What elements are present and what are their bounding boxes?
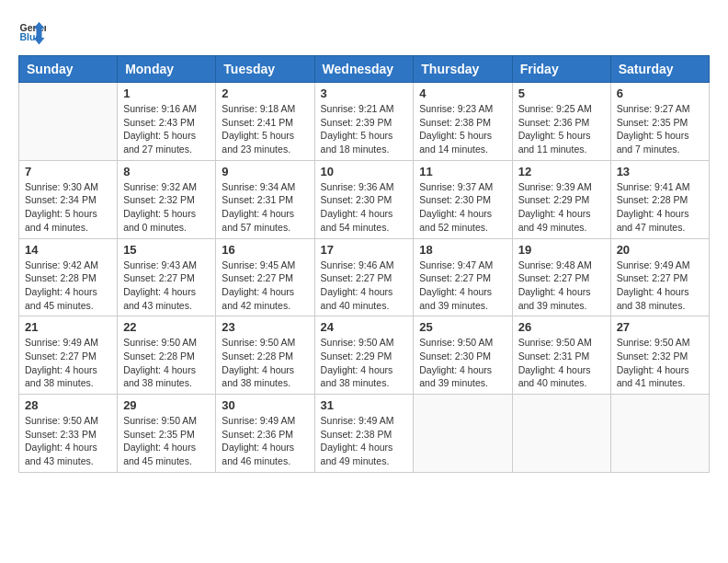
day-info: Sunrise: 9:50 AM Sunset: 2:28 PM Dayligh… [123, 336, 210, 390]
calendar-cell: 5Sunrise: 9:25 AM Sunset: 2:36 PM Daylig… [512, 83, 610, 161]
day-info: Sunrise: 9:32 AM Sunset: 2:32 PM Dayligh… [123, 180, 210, 235]
day-number: 22 [123, 320, 210, 334]
day-info: Sunrise: 9:42 AM Sunset: 2:28 PM Dayligh… [25, 259, 111, 313]
day-number: 29 [123, 398, 210, 412]
column-header-monday: Monday [118, 56, 216, 83]
day-number: 25 [419, 320, 506, 334]
day-info: Sunrise: 9:50 AM Sunset: 2:32 PM Dayligh… [617, 336, 703, 390]
day-number: 23 [222, 320, 308, 334]
column-header-friday: Friday [512, 56, 610, 83]
day-number: 16 [222, 243, 308, 257]
calendar-cell: 21Sunrise: 9:49 AM Sunset: 2:27 PM Dayli… [19, 316, 118, 395]
day-number: 15 [123, 243, 210, 257]
day-info: Sunrise: 9:50 AM Sunset: 2:30 PM Dayligh… [419, 336, 506, 390]
calendar-cell [19, 83, 118, 161]
calendar-cell [610, 395, 709, 473]
day-info: Sunrise: 9:50 AM Sunset: 2:28 PM Dayligh… [222, 336, 308, 390]
calendar-week-5: 28Sunrise: 9:50 AM Sunset: 2:33 PM Dayli… [19, 395, 710, 473]
calendar-cell: 1Sunrise: 9:16 AM Sunset: 2:43 PM Daylig… [118, 83, 216, 161]
day-number: 8 [123, 165, 210, 178]
day-number: 17 [321, 243, 408, 257]
day-info: Sunrise: 9:49 AM Sunset: 2:36 PM Dayligh… [222, 414, 308, 468]
day-number: 27 [617, 320, 703, 334]
day-info: Sunrise: 9:23 AM Sunset: 2:38 PM Dayligh… [419, 102, 506, 156]
day-number: 12 [518, 165, 605, 178]
calendar-cell: 8Sunrise: 9:32 AM Sunset: 2:32 PM Daylig… [118, 160, 216, 238]
day-number: 11 [419, 165, 506, 178]
calendar-cell: 24Sunrise: 9:50 AM Sunset: 2:29 PM Dayli… [314, 316, 414, 395]
day-info: Sunrise: 9:27 AM Sunset: 2:35 PM Dayligh… [617, 102, 703, 156]
day-info: Sunrise: 9:49 AM Sunset: 2:27 PM Dayligh… [25, 336, 111, 390]
calendar-cell: 14Sunrise: 9:42 AM Sunset: 2:28 PM Dayli… [19, 238, 118, 316]
calendar-cell: 23Sunrise: 9:50 AM Sunset: 2:28 PM Dayli… [216, 316, 314, 395]
day-info: Sunrise: 9:50 AM Sunset: 2:29 PM Dayligh… [321, 336, 408, 390]
header: General Blue [18, 18, 710, 46]
calendar-cell: 7Sunrise: 9:30 AM Sunset: 2:34 PM Daylig… [19, 160, 118, 238]
calendar-cell: 19Sunrise: 9:48 AM Sunset: 2:27 PM Dayli… [512, 238, 610, 316]
calendar-cell: 17Sunrise: 9:46 AM Sunset: 2:27 PM Dayli… [314, 238, 414, 316]
calendar-cell: 25Sunrise: 9:50 AM Sunset: 2:30 PM Dayli… [414, 316, 512, 395]
day-info: Sunrise: 9:46 AM Sunset: 2:27 PM Dayligh… [321, 259, 408, 313]
day-number: 28 [25, 398, 111, 412]
calendar-cell: 15Sunrise: 9:43 AM Sunset: 2:27 PM Dayli… [118, 238, 216, 316]
calendar-cell: 12Sunrise: 9:39 AM Sunset: 2:29 PM Dayli… [512, 160, 610, 238]
calendar-header-row: SundayMondayTuesdayWednesdayThursdayFrid… [19, 56, 710, 83]
calendar-cell: 4Sunrise: 9:23 AM Sunset: 2:38 PM Daylig… [414, 83, 512, 161]
calendar-week-1: 1Sunrise: 9:16 AM Sunset: 2:43 PM Daylig… [19, 83, 710, 161]
day-info: Sunrise: 9:43 AM Sunset: 2:27 PM Dayligh… [123, 259, 210, 313]
day-info: Sunrise: 9:47 AM Sunset: 2:27 PM Dayligh… [419, 259, 506, 313]
day-number: 18 [419, 243, 506, 257]
day-info: Sunrise: 9:25 AM Sunset: 2:36 PM Dayligh… [518, 102, 605, 156]
day-number: 4 [419, 86, 506, 100]
day-number: 13 [617, 165, 703, 178]
day-info: Sunrise: 9:37 AM Sunset: 2:30 PM Dayligh… [419, 180, 506, 235]
column-header-saturday: Saturday [610, 56, 709, 83]
day-number: 5 [518, 86, 605, 100]
logo-icon: General Blue [18, 18, 46, 46]
calendar-cell: 11Sunrise: 9:37 AM Sunset: 2:30 PM Dayli… [414, 160, 512, 238]
day-number: 7 [25, 165, 111, 178]
calendar-cell: 29Sunrise: 9:50 AM Sunset: 2:35 PM Dayli… [118, 395, 216, 473]
day-number: 3 [321, 86, 408, 100]
calendar-cell [512, 395, 610, 473]
calendar-cell: 10Sunrise: 9:36 AM Sunset: 2:30 PM Dayli… [314, 160, 414, 238]
calendar-cell: 3Sunrise: 9:21 AM Sunset: 2:39 PM Daylig… [314, 83, 414, 161]
calendar-cell: 6Sunrise: 9:27 AM Sunset: 2:35 PM Daylig… [610, 83, 709, 161]
calendar-week-4: 21Sunrise: 9:49 AM Sunset: 2:27 PM Dayli… [19, 316, 710, 395]
calendar-cell: 16Sunrise: 9:45 AM Sunset: 2:27 PM Dayli… [216, 238, 314, 316]
calendar-cell: 26Sunrise: 9:50 AM Sunset: 2:31 PM Dayli… [512, 316, 610, 395]
day-info: Sunrise: 9:41 AM Sunset: 2:28 PM Dayligh… [617, 180, 703, 235]
day-info: Sunrise: 9:48 AM Sunset: 2:27 PM Dayligh… [518, 259, 605, 313]
day-number: 10 [321, 165, 408, 178]
day-number: 26 [518, 320, 605, 334]
day-number: 19 [518, 243, 605, 257]
day-number: 2 [222, 86, 308, 100]
logo: General Blue [18, 18, 46, 46]
column-header-sunday: Sunday [19, 56, 118, 83]
day-info: Sunrise: 9:34 AM Sunset: 2:31 PM Dayligh… [222, 180, 308, 235]
day-info: Sunrise: 9:45 AM Sunset: 2:27 PM Dayligh… [222, 259, 308, 313]
column-header-thursday: Thursday [414, 56, 512, 83]
day-info: Sunrise: 9:50 AM Sunset: 2:33 PM Dayligh… [25, 414, 111, 468]
day-info: Sunrise: 9:49 AM Sunset: 2:38 PM Dayligh… [321, 414, 408, 468]
calendar-week-3: 14Sunrise: 9:42 AM Sunset: 2:28 PM Dayli… [19, 238, 710, 316]
day-info: Sunrise: 9:30 AM Sunset: 2:34 PM Dayligh… [25, 180, 111, 235]
calendar-cell: 28Sunrise: 9:50 AM Sunset: 2:33 PM Dayli… [19, 395, 118, 473]
day-info: Sunrise: 9:49 AM Sunset: 2:27 PM Dayligh… [617, 259, 703, 313]
calendar-cell [414, 395, 512, 473]
column-header-tuesday: Tuesday [216, 56, 314, 83]
day-info: Sunrise: 9:36 AM Sunset: 2:30 PM Dayligh… [321, 180, 408, 235]
column-header-wednesday: Wednesday [314, 56, 414, 83]
day-number: 14 [25, 243, 111, 257]
calendar-cell: 31Sunrise: 9:49 AM Sunset: 2:38 PM Dayli… [314, 395, 414, 473]
calendar-week-2: 7Sunrise: 9:30 AM Sunset: 2:34 PM Daylig… [19, 160, 710, 238]
day-info: Sunrise: 9:21 AM Sunset: 2:39 PM Dayligh… [321, 102, 408, 156]
calendar-cell: 2Sunrise: 9:18 AM Sunset: 2:41 PM Daylig… [216, 83, 314, 161]
calendar-cell: 22Sunrise: 9:50 AM Sunset: 2:28 PM Dayli… [118, 316, 216, 395]
day-info: Sunrise: 9:39 AM Sunset: 2:29 PM Dayligh… [518, 180, 605, 235]
day-number: 20 [617, 243, 703, 257]
day-info: Sunrise: 9:18 AM Sunset: 2:41 PM Dayligh… [222, 102, 308, 156]
day-info: Sunrise: 9:50 AM Sunset: 2:35 PM Dayligh… [123, 414, 210, 468]
day-info: Sunrise: 9:50 AM Sunset: 2:31 PM Dayligh… [518, 336, 605, 390]
day-number: 31 [321, 398, 408, 412]
